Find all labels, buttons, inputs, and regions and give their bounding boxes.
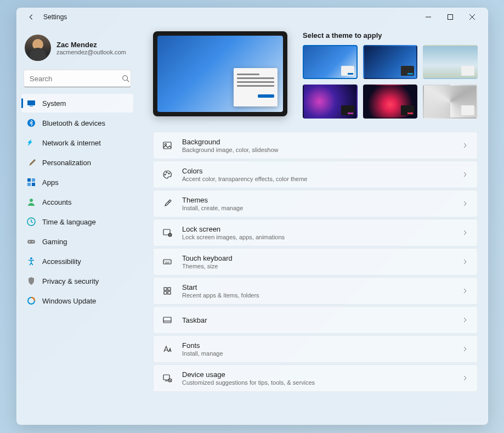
svg-rect-7 (27, 183, 31, 186)
sidebar-item-label: Accounts (42, 198, 71, 206)
setting-sub: Lock screen images, apps, animations (182, 234, 452, 240)
chevron-right-icon (462, 375, 468, 381)
theme-tile-1[interactable] (303, 45, 358, 79)
back-button[interactable] (26, 12, 37, 23)
window-title: Settings (43, 13, 67, 21)
setting-device-usage[interactable]: Device usageCustomized suggestions for t… (153, 364, 478, 392)
svg-point-13 (32, 241, 33, 243)
sidebar-item-label: Time & language (42, 218, 96, 226)
sidebar-item-bluetooth[interactable]: Bluetooth & devices (21, 114, 133, 132)
svg-rect-8 (32, 183, 35, 186)
sidebar-item-update[interactable]: Windows Update (21, 291, 133, 310)
privacy-icon (27, 277, 36, 285)
setting-touch-keyboard[interactable]: Touch keyboardThemes, size (153, 248, 478, 275)
chevron-right-icon (462, 317, 468, 323)
accessibility-icon (27, 257, 36, 266)
fonts-icon (162, 344, 172, 354)
sidebar-item-gaming[interactable]: Gaming (21, 232, 133, 251)
setting-sub: Accent color, transparency effects, colo… (182, 176, 452, 182)
search-box[interactable] (24, 70, 131, 87)
main-panel: Select a theme to apply BackgroundBackgr… (138, 26, 488, 424)
svg-point-18 (165, 174, 166, 175)
svg-rect-3 (30, 106, 33, 106)
minimize-button[interactable] (422, 10, 435, 24)
desktop-preview[interactable] (153, 31, 287, 116)
sidebar: Zac Mendez zacmendez@outlook.com System … (17, 26, 138, 424)
start-icon (162, 286, 172, 296)
svg-point-19 (166, 172, 167, 173)
svg-rect-25 (164, 288, 167, 290)
svg-rect-27 (164, 291, 167, 294)
taskbar-icon (162, 315, 172, 325)
svg-point-1 (123, 76, 128, 81)
chevron-right-icon (462, 258, 468, 265)
setting-sub: Background image, color, slideshow (182, 147, 452, 153)
setting-title: Taskbar (182, 316, 452, 324)
svg-rect-16 (163, 142, 171, 149)
setting-sub: Recent apps & items, folders (182, 292, 452, 299)
content: Zac Mendez zacmendez@outlook.com System … (17, 26, 488, 424)
maximize-button[interactable] (444, 10, 457, 24)
gaming-icon (27, 237, 36, 246)
sidebar-item-label: Bluetooth & devices (42, 119, 105, 127)
setting-taskbar[interactable]: Taskbar (153, 306, 478, 334)
background-icon (162, 140, 172, 150)
setting-sub: Themes, size (182, 263, 452, 269)
setting-themes[interactable]: ThemesInstall, create, manage (153, 190, 478, 217)
user-email: zacmendez@outlook.com (56, 49, 126, 55)
svg-rect-5 (27, 178, 31, 182)
sidebar-item-network[interactable]: Network & internet (21, 133, 133, 152)
svg-rect-6 (32, 178, 35, 182)
svg-rect-29 (163, 317, 171, 323)
update-icon (27, 296, 36, 305)
close-button[interactable] (466, 10, 479, 24)
setting-colors[interactable]: ColorsAccent color, transparency effects… (153, 161, 478, 188)
sidebar-item-time[interactable]: Time & language (21, 212, 133, 231)
user-profile[interactable]: Zac Mendez zacmendez@outlook.com (21, 30, 133, 68)
themes-section: Select a theme to apply (303, 31, 478, 119)
sidebar-item-label: Apps (42, 178, 59, 187)
setting-fonts[interactable]: FontsInstall, manage (153, 335, 478, 363)
sidebar-item-label: Gaming (42, 238, 67, 246)
svg-point-17 (165, 144, 167, 145)
personalization-icon (27, 158, 36, 167)
setting-title: Lock screen (182, 225, 452, 233)
theme-tile-6[interactable] (423, 85, 478, 119)
sidebar-item-accounts[interactable]: Accounts (21, 193, 133, 211)
sidebar-item-personalization[interactable]: Personalization (21, 153, 133, 172)
setting-title: Fonts (182, 341, 452, 350)
network-icon (27, 138, 36, 147)
search-input[interactable] (30, 75, 122, 83)
search-icon (122, 74, 129, 83)
svg-rect-28 (168, 291, 171, 294)
apps-icon (27, 178, 36, 187)
sidebar-item-privacy[interactable]: Privacy & security (21, 272, 133, 290)
svg-point-12 (29, 241, 30, 243)
sidebar-item-label: Network & internet (42, 139, 101, 147)
svg-point-22 (168, 233, 172, 237)
sidebar-item-label: System (42, 99, 66, 108)
sidebar-item-accessibility[interactable]: Accessibility (21, 252, 133, 271)
titlebar: Settings (17, 8, 488, 26)
setting-lockscreen[interactable]: Lock screenLock screen images, apps, ani… (153, 219, 478, 246)
svg-point-20 (168, 173, 169, 174)
svg-point-9 (30, 199, 33, 202)
window-controls (422, 10, 483, 24)
time-icon (27, 217, 36, 226)
chevron-right-icon (462, 288, 468, 294)
svg-point-14 (30, 257, 32, 260)
theme-tile-4[interactable] (303, 85, 358, 119)
setting-sub: Customized suggestions for tips, tools, … (182, 379, 452, 386)
theme-tile-5[interactable] (363, 85, 418, 119)
setting-title: Device usage (182, 370, 452, 379)
setting-background[interactable]: BackgroundBackground image, color, slide… (153, 132, 478, 159)
setting-title: Start (182, 283, 452, 291)
theme-tile-2[interactable] (363, 45, 418, 79)
sidebar-item-system[interactable]: System (21, 94, 133, 113)
sidebar-item-label: Personalization (42, 159, 91, 167)
svg-rect-2 (27, 100, 35, 105)
setting-start[interactable]: StartRecent apps & items, folders (153, 277, 478, 305)
chevron-right-icon (462, 171, 468, 178)
sidebar-item-apps[interactable]: Apps (21, 173, 133, 192)
theme-tile-3[interactable] (423, 45, 478, 79)
